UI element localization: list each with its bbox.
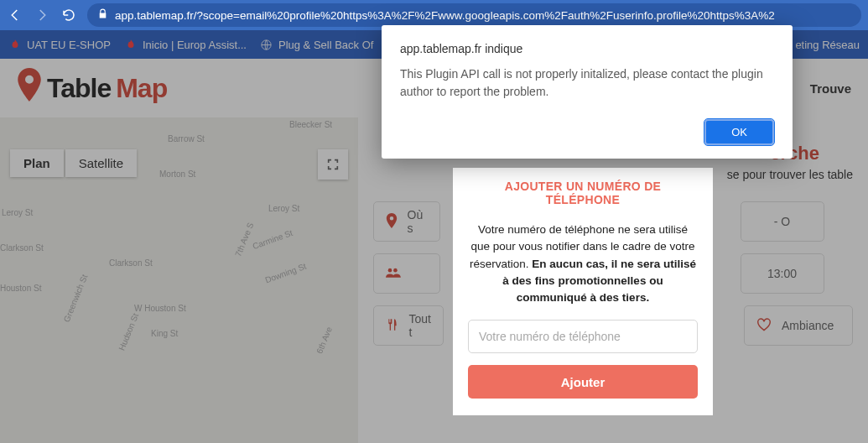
phone-input[interactable]: [468, 320, 698, 353]
phone-modal: AJOUTER UN NUMÉRO DE TÉLÉPHONE Votre num…: [453, 168, 713, 415]
alert-message: This Plugin API call is not properly ini…: [400, 65, 774, 101]
phone-submit-button[interactable]: Ajouter: [468, 365, 698, 399]
phone-modal-body-bold: En aucun cas, il ne sera utilisé à des f…: [502, 258, 696, 305]
back-button[interactable]: [7, 7, 23, 23]
reload-button[interactable]: [60, 7, 77, 23]
phone-modal-title: AJOUTER UN NUMÉRO DE TÉLÉPHONE: [468, 180, 698, 206]
url-text: app.tablemap.fr/?scope=email%20profile%2…: [115, 9, 775, 22]
forward-button[interactable]: [34, 7, 50, 23]
alert-dialog: app.tablemap.fr indique This Plugin API …: [382, 25, 793, 159]
address-bar[interactable]: app.tablemap.fr/?scope=email%20profile%2…: [87, 3, 861, 27]
phone-modal-body: Votre numéro de téléphone ne sera utilis…: [468, 222, 698, 306]
alert-ok-button[interactable]: OK: [704, 119, 774, 145]
lock-icon: [97, 8, 108, 22]
alert-title: app.tablemap.fr indique: [400, 42, 774, 55]
